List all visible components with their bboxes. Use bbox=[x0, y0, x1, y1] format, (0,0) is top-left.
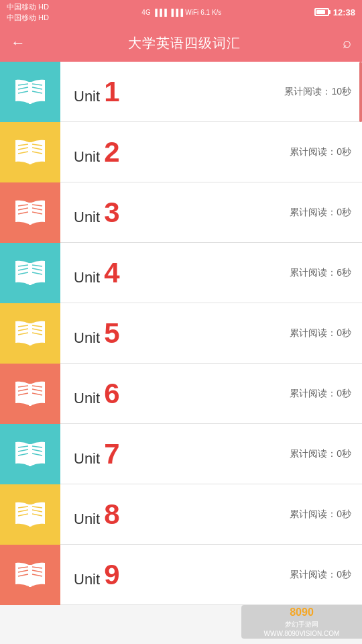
unit-row-7[interactable]: Unit 7 累计阅读：0秒 bbox=[0, 424, 362, 484]
carrier-info: 中国移动 HD 中国移动 HD bbox=[7, 2, 49, 23]
unit-text-9: Unit bbox=[74, 571, 100, 588]
unit-label-8: Unit 8 bbox=[74, 500, 119, 529]
unit-label-4: Unit 4 bbox=[74, 259, 119, 287]
unit-text-1: Unit bbox=[74, 88, 100, 105]
unit-label-1: Unit 1 bbox=[74, 78, 119, 106]
unit-label-6: Unit 6 bbox=[74, 380, 119, 408]
unit-meta-3: 累计阅读：0秒 bbox=[290, 207, 351, 219]
svg-rect-42 bbox=[29, 444, 32, 466]
unit-number-5: 5 bbox=[104, 319, 119, 347]
unit-row-6[interactable]: Unit 6 累计阅读：0秒 bbox=[0, 364, 362, 424]
unit-list: Unit 1 累计阅读：10秒 bbox=[0, 62, 362, 605]
unit-text-5: Unit bbox=[74, 329, 100, 347]
unit-number-8: 8 bbox=[104, 500, 119, 529]
svg-rect-14 bbox=[29, 203, 32, 225]
unit-text-4: Unit bbox=[74, 269, 100, 286]
unit-icon-box-5 bbox=[0, 303, 60, 364]
unit-row-4[interactable]: Unit 4 累计阅读：6秒 bbox=[0, 243, 362, 303]
time-battery-area: 12:38 bbox=[314, 7, 355, 17]
unit-row-8[interactable]: Unit 8 累计阅读：0秒 bbox=[0, 484, 362, 545]
unit-info-5: Unit 5 累计阅读：0秒 bbox=[60, 319, 362, 347]
unit-icon-box-6 bbox=[0, 364, 60, 424]
unit-row-2[interactable]: Unit 2 累计阅读：0秒 bbox=[0, 122, 362, 182]
back-button[interactable]: ← bbox=[11, 34, 25, 52]
unit-text-7: Unit bbox=[74, 450, 100, 468]
status-bar: 中国移动 HD 中国移动 HD 4G ▐▐▐ ▐▐▐ WiFi 6.1 K/s … bbox=[0, 0, 362, 24]
svg-rect-49 bbox=[29, 504, 32, 527]
app-header: ← 大学英语四级词汇 ⌕ bbox=[0, 24, 362, 62]
unit-icon-box-8 bbox=[0, 484, 60, 545]
unit-info-7: Unit 7 累计阅读：0秒 bbox=[60, 440, 362, 468]
network-type: 4G bbox=[141, 9, 150, 16]
unit-info-4: Unit 4 累计阅读：6秒 bbox=[60, 259, 362, 287]
watermark-url: WWW.8090VISION.COM bbox=[264, 630, 340, 637]
wifi-signal: ▐▐▐ bbox=[169, 9, 183, 16]
unit-number-4: 4 bbox=[104, 259, 119, 287]
unit-meta-7: 累计阅读：0秒 bbox=[290, 448, 351, 460]
watermark: 8090 梦幻手游网 WWW.8090VISION.COM bbox=[241, 605, 362, 639]
wifi-icon: WiFi bbox=[185, 9, 198, 16]
unit-text-2: Unit bbox=[74, 148, 100, 166]
unit-label-9: Unit 9 bbox=[74, 561, 119, 589]
unit-meta-1: 累计阅读：10秒 bbox=[284, 86, 351, 98]
carrier1-label: 中国移动 HD bbox=[7, 2, 49, 12]
scroll-indicator bbox=[359, 62, 362, 122]
unit-info-8: Unit 8 累计阅读：0秒 bbox=[60, 500, 362, 529]
search-button[interactable]: ⌕ bbox=[343, 34, 351, 52]
unit-label-5: Unit 5 bbox=[74, 319, 119, 347]
signal-bars: ▐▐▐ bbox=[153, 9, 167, 16]
signal-area: 4G ▐▐▐ ▐▐▐ WiFi 6.1 K/s bbox=[141, 9, 221, 16]
svg-rect-56 bbox=[29, 565, 32, 587]
unit-text-8: Unit bbox=[74, 511, 100, 528]
svg-rect-28 bbox=[29, 323, 32, 345]
battery-icon bbox=[314, 8, 329, 16]
unit-info-6: Unit 6 累计阅读：0秒 bbox=[60, 380, 362, 408]
watermark-number: 8090 bbox=[290, 606, 314, 618]
unit-meta-5: 累计阅读：0秒 bbox=[290, 327, 351, 339]
unit-icon-box-7 bbox=[0, 424, 60, 484]
svg-rect-21 bbox=[29, 263, 32, 285]
unit-icon-box-2 bbox=[0, 122, 60, 182]
svg-rect-0 bbox=[29, 82, 32, 104]
unit-icon-box-3 bbox=[0, 182, 60, 243]
unit-number-1: 1 bbox=[104, 78, 119, 106]
unit-icon-box-1 bbox=[0, 62, 60, 122]
unit-meta-8: 累计阅读：0秒 bbox=[290, 508, 351, 521]
unit-meta-2: 累计阅读：0秒 bbox=[290, 146, 351, 158]
unit-info-3: Unit 3 累计阅读：0秒 bbox=[60, 199, 362, 227]
unit-text-3: Unit bbox=[74, 209, 100, 226]
watermark-site: 梦幻手游网 bbox=[285, 621, 318, 628]
unit-info-9: Unit 9 累计阅读：0秒 bbox=[60, 561, 362, 589]
unit-meta-9: 累计阅读：0秒 bbox=[290, 569, 351, 581]
unit-icon-box-4 bbox=[0, 243, 60, 303]
time-label: 12:38 bbox=[333, 7, 355, 17]
unit-number-3: 3 bbox=[104, 199, 119, 227]
svg-rect-35 bbox=[29, 384, 32, 406]
unit-number-6: 6 bbox=[104, 380, 119, 408]
unit-text-6: Unit bbox=[74, 390, 100, 407]
unit-info-2: Unit 2 累计阅读：0秒 bbox=[60, 138, 362, 166]
unit-icon-box-9 bbox=[0, 545, 60, 605]
unit-label-3: Unit 3 bbox=[74, 199, 119, 227]
unit-row-5[interactable]: Unit 5 累计阅读：0秒 bbox=[0, 303, 362, 364]
unit-info-1: Unit 1 累计阅读：10秒 bbox=[60, 78, 362, 106]
unit-label-7: Unit 7 bbox=[74, 440, 119, 468]
unit-number-2: 2 bbox=[104, 138, 119, 166]
unit-row-3[interactable]: Unit 3 累计阅读：0秒 bbox=[0, 182, 362, 243]
unit-row-9[interactable]: Unit 9 累计阅读：0秒 bbox=[0, 545, 362, 605]
unit-number-7: 7 bbox=[104, 440, 119, 468]
unit-meta-6: 累计阅读：0秒 bbox=[290, 388, 351, 400]
page-title: 大学英语四级词汇 bbox=[128, 34, 241, 52]
carrier2-label: 中国移动 HD bbox=[7, 13, 49, 23]
svg-rect-7 bbox=[29, 142, 32, 164]
unit-label-2: Unit 2 bbox=[74, 138, 119, 166]
unit-meta-4: 累计阅读：6秒 bbox=[290, 267, 351, 279]
speed-label: 6.1 K/s bbox=[200, 9, 221, 16]
unit-number-9: 9 bbox=[104, 561, 119, 589]
unit-row-1[interactable]: Unit 1 累计阅读：10秒 bbox=[0, 62, 362, 122]
